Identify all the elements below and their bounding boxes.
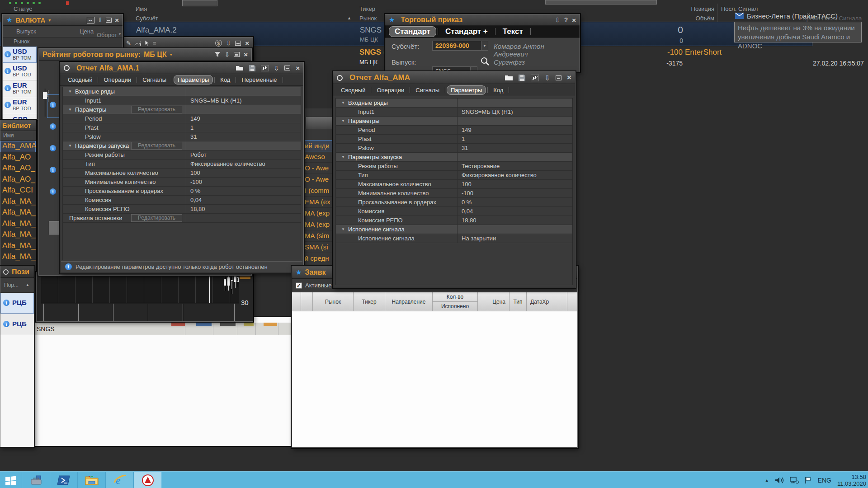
action-center-flag-icon[interactable] bbox=[805, 477, 812, 484]
minimize-icon[interactable] bbox=[234, 52, 240, 57]
section-arrow-icon[interactable]: ▼ bbox=[65, 89, 75, 94]
currency-row[interactable]: i EUR ВР TOD bbox=[3, 97, 37, 114]
order-tab[interactable]: Стандарт bbox=[389, 26, 436, 37]
info-icon[interactable]: i bbox=[3, 321, 9, 327]
parameter-row[interactable]: ▼ Input1 SNGS=МБ ЦК (H1) bbox=[336, 108, 572, 117]
column-issue[interactable]: Выпуск bbox=[16, 28, 36, 35]
currency-title[interactable]: ВАЛЮТА bbox=[15, 16, 45, 24]
search-icon[interactable] bbox=[480, 56, 490, 66]
column-portfolio[interactable]: Пор... bbox=[4, 282, 19, 288]
parameter-row[interactable]: ▼ Правила остановки Редактировать bbox=[63, 214, 301, 223]
library-item[interactable]: Alfa_MA_ bbox=[0, 230, 36, 241]
help-icon[interactable]: ? bbox=[564, 16, 568, 23]
chart-report-icon[interactable] bbox=[531, 75, 539, 81]
edit-button[interactable]: Редактировать bbox=[131, 142, 182, 150]
start-button[interactable] bbox=[0, 472, 22, 488]
chart-type-icon[interactable] bbox=[134, 40, 142, 46]
link-windows-icon[interactable]: ▸◂ bbox=[87, 17, 94, 23]
active-checkbox[interactable]: ✓ bbox=[296, 282, 302, 289]
volume-icon[interactable] bbox=[775, 477, 784, 484]
sort-arrow-icon[interactable]: ▼ bbox=[118, 32, 122, 36]
parameter-row[interactable]: ▼ Входные ряды bbox=[63, 87, 301, 96]
parameter-row[interactable]: ▼ Input1 SNGS=МБ ЦК (H1) bbox=[63, 96, 301, 105]
column-market[interactable]: Рынок bbox=[359, 15, 377, 22]
open-folder-icon[interactable] bbox=[505, 75, 513, 81]
parameter-row[interactable]: ▼ Параметры запуска bbox=[336, 153, 572, 162]
taskbar-item-explorer[interactable] bbox=[77, 472, 105, 488]
orders-table-body[interactable] bbox=[292, 311, 577, 447]
library-item[interactable]: Alfa_CCI bbox=[0, 185, 36, 197]
pin-icon[interactable]: ⇩ bbox=[226, 39, 231, 47]
minimize-icon[interactable] bbox=[556, 75, 561, 80]
info-icon[interactable]: i bbox=[5, 102, 11, 108]
parameter-row[interactable]: ▼ Period 149 bbox=[336, 126, 572, 135]
parameter-row[interactable]: ▼ Минимальное количество -100 bbox=[336, 189, 572, 198]
currency-row[interactable]: i USD ВР ТОМ bbox=[3, 47, 37, 63]
report-tab[interactable]: Операции bbox=[373, 85, 408, 95]
favorite-star-icon[interactable]: ★ bbox=[296, 268, 302, 277]
parameter-row[interactable]: ▼ Комиссия 0,04 bbox=[63, 196, 301, 205]
library-titlebar[interactable]: Библиот bbox=[0, 120, 36, 131]
currency-row[interactable]: i USD ВР TOD bbox=[3, 63, 37, 80]
info-icon[interactable]: i bbox=[50, 123, 56, 130]
report-tab[interactable]: Сигналы bbox=[411, 85, 443, 95]
close-icon[interactable]: × bbox=[567, 73, 571, 82]
parameter-row[interactable]: ▼ Режим работы Робот bbox=[63, 150, 301, 160]
save-icon[interactable] bbox=[249, 65, 255, 71]
info-icon[interactable]: i bbox=[50, 167, 56, 173]
network-icon[interactable] bbox=[790, 477, 799, 484]
pin-icon[interactable]: ⇩ bbox=[544, 74, 550, 82]
scrollbar-thumb[interactable] bbox=[49, 221, 60, 235]
record-icon[interactable] bbox=[3, 269, 9, 275]
pencil-icon[interactable]: ✎ bbox=[126, 40, 131, 47]
position-row[interactable]: i РЦБ bbox=[0, 314, 34, 335]
parameter-row[interactable]: ▼ Минимальное количество -100 bbox=[63, 178, 301, 187]
favorite-star-icon[interactable]: ★ bbox=[389, 16, 395, 24]
chart-plot[interactable] bbox=[41, 274, 239, 303]
button-fragment[interactable] bbox=[306, 117, 333, 129]
parameter-row[interactable]: ▼ Входные ряды bbox=[336, 99, 572, 108]
position-row[interactable]: i РЦБ bbox=[0, 293, 34, 314]
minimize-icon[interactable] bbox=[235, 41, 241, 46]
report-tab[interactable]: Код bbox=[216, 75, 234, 84]
info-icon[interactable]: i bbox=[50, 102, 56, 108]
taskbar-item-server-manager[interactable] bbox=[22, 472, 50, 488]
section-arrow-icon[interactable]: ▼ bbox=[338, 119, 348, 123]
edit-button[interactable]: Редактировать bbox=[131, 214, 182, 222]
parameter-row[interactable]: ▼ Pfast 1 bbox=[336, 135, 572, 144]
clock[interactable]: 13:58 11.03.2020 bbox=[837, 474, 866, 487]
report-tab[interactable]: Операции bbox=[99, 75, 135, 84]
close-icon[interactable]: × bbox=[244, 51, 248, 58]
column-name[interactable]: Имя bbox=[136, 5, 147, 12]
pin-icon[interactable]: ⇩ bbox=[225, 51, 230, 58]
column-name[interactable]: Имя bbox=[3, 132, 14, 139]
library-item[interactable]: Alfa_AO_ bbox=[0, 174, 36, 186]
section-arrow-icon[interactable]: ▼ bbox=[338, 155, 348, 159]
column-price[interactable]: Цена bbox=[80, 28, 94, 35]
pin-icon[interactable]: ⇩ bbox=[555, 16, 560, 23]
library-item[interactable]: Alfa_MA_ bbox=[0, 252, 36, 263]
parameter-row[interactable]: ▼ Исполнение сигнала bbox=[336, 225, 572, 234]
favorite-star-icon[interactable]: ★ bbox=[6, 16, 12, 24]
order-tab[interactable]: Текст bbox=[497, 26, 529, 37]
info-icon[interactable]: i bbox=[5, 68, 11, 74]
open-folder-icon[interactable] bbox=[236, 65, 244, 71]
report-tab[interactable]: Параметры bbox=[447, 85, 486, 95]
column-qty-filled[interactable]: Кол-во Исполнено bbox=[433, 292, 478, 311]
library-item[interactable]: Alfa_MA_ bbox=[0, 219, 36, 230]
parameter-row[interactable]: ▼ Period 149 bbox=[63, 114, 301, 123]
save-icon[interactable] bbox=[519, 75, 525, 81]
report-tab[interactable]: Сигналы bbox=[138, 75, 170, 84]
report-tab[interactable]: Сводный bbox=[64, 75, 96, 84]
library-item[interactable]: Alfa_AO_ bbox=[0, 163, 36, 174]
subaccount-select[interactable]: 220369-000 ▼ bbox=[432, 41, 488, 51]
library-item[interactable]: Alfa_MA_ bbox=[0, 197, 36, 208]
section-arrow-icon[interactable]: ▼ bbox=[65, 108, 75, 112]
info-icon[interactable]: i bbox=[5, 85, 11, 91]
library-item[interactable]: Alfa_AO bbox=[0, 152, 36, 164]
parameter-row[interactable]: ▼ Комиссия РЕПО 18,80 bbox=[336, 216, 572, 225]
news-body[interactable]: Нефть дешевеет на 3% на ожидании увеличе… bbox=[734, 22, 862, 42]
pin-icon[interactable]: ⇩ bbox=[98, 16, 103, 23]
section-arrow-icon[interactable]: ▼ bbox=[338, 101, 348, 105]
report1-titlebar[interactable]: Отчет Alfa_AMA.1 ⇩ × bbox=[60, 62, 303, 74]
